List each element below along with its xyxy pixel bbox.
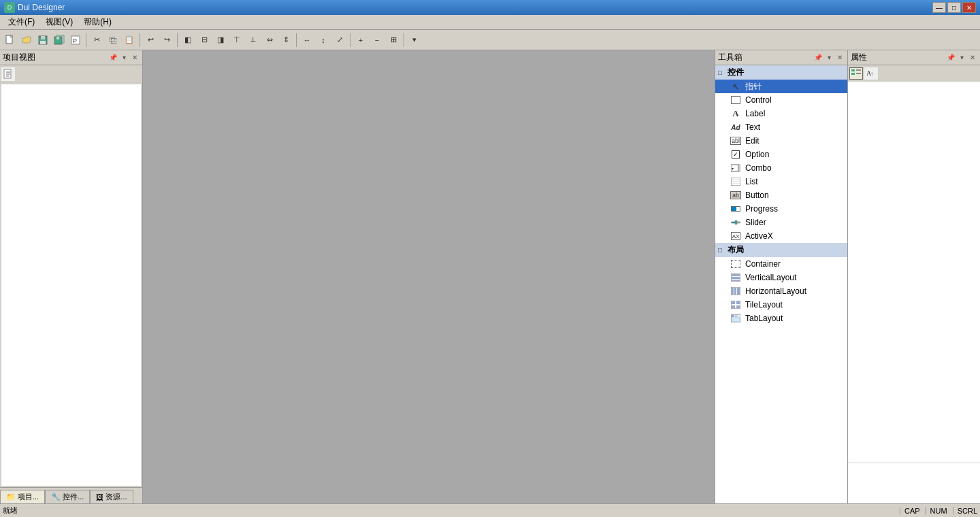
- svg-rect-27: [732, 277, 740, 279]
- toolbox-item-list[interactable]: List: [715, 175, 847, 188]
- pointer-label: 指针: [745, 81, 762, 93]
- minimize-button[interactable]: —: [932, 2, 946, 13]
- tab-resources[interactable]: 🖼 资源...: [90, 490, 133, 503]
- toolbox-item-text[interactable]: Ad Text: [715, 120, 847, 134]
- toolbar-sep-1: [86, 33, 86, 47]
- vlayout-label: VerticalLayout: [745, 273, 796, 282]
- svg-rect-42: [851, 69, 855, 71]
- toolbar-extra[interactable]: ▾: [407, 33, 422, 48]
- props-categorized-btn[interactable]: [849, 67, 863, 80]
- props-alphabetical-btn[interactable]: A ↑: [864, 67, 878, 80]
- text-icon: Ad: [730, 122, 741, 133]
- list-icon: [730, 176, 741, 187]
- option-label: Option: [745, 150, 769, 159]
- toolbar-resize-w[interactable]: ↔: [299, 33, 314, 48]
- toolbar-distribute-v[interactable]: ⇕: [278, 33, 293, 48]
- panel-dropdown-icon[interactable]: ▾: [119, 53, 129, 63]
- toolbar-save[interactable]: [35, 33, 50, 48]
- properties-toolbar: A ↑: [848, 65, 980, 82]
- control-icon: [730, 95, 741, 105]
- menu-view[interactable]: 视图(V): [40, 15, 78, 29]
- panel-close-icon[interactable]: ✕: [130, 53, 140, 63]
- menu-file[interactable]: 文件(F): [3, 15, 40, 29]
- toolbar-align-right[interactable]: ◨: [213, 33, 228, 48]
- toolbar-zoom-in[interactable]: +: [353, 33, 368, 48]
- toolbox-item-slider[interactable]: Slider: [715, 216, 847, 229]
- container-icon: [730, 258, 741, 269]
- tilelayout-label: TileLayout: [745, 300, 783, 310]
- svg-rect-30: [732, 288, 734, 295]
- toolbar-publish[interactable]: P: [68, 33, 83, 48]
- toolbar-distribute-h[interactable]: ⇔: [262, 33, 277, 48]
- svg-text:↑: ↑: [870, 71, 873, 77]
- toolbox-item-container[interactable]: Container: [715, 257, 847, 271]
- toolbox-item-option[interactable]: ✓ Option: [715, 148, 847, 161]
- section-controls-header[interactable]: □ 控件: [715, 65, 847, 80]
- maximize-button[interactable]: □: [947, 2, 961, 13]
- toolbox-item-control[interactable]: Control: [715, 93, 847, 107]
- properties-panel-header: 属性 📌 ▾ ✕: [848, 50, 980, 65]
- tab-controls-icon: 🔧: [51, 493, 61, 501]
- toolbar-cut[interactable]: ✂: [89, 33, 104, 48]
- activex-icon: AX: [730, 231, 741, 241]
- toolbar-zoom-out[interactable]: −: [370, 33, 385, 48]
- app-icon: D: [4, 2, 15, 13]
- project-panel-title: 项目视图: [3, 52, 108, 63]
- properties-pin-icon[interactable]: 📌: [946, 53, 956, 63]
- toolbar-resize-both[interactable]: ⤢: [332, 33, 347, 48]
- toolbox-close-icon[interactable]: ✕: [835, 53, 845, 63]
- toolbar-resize-h[interactable]: ↕: [316, 33, 331, 48]
- toolbox-dropdown-icon[interactable]: ▾: [824, 53, 834, 63]
- toolbar-align-left[interactable]: ◧: [180, 33, 195, 48]
- svg-text:P: P: [73, 37, 77, 44]
- combo-label: Combo: [745, 163, 772, 173]
- toolbar-reset[interactable]: ⊞: [386, 33, 401, 48]
- toolbar-align-top[interactable]: ⊤: [229, 33, 244, 48]
- svg-rect-32: [737, 288, 740, 295]
- toolbar-redo[interactable]: ↪: [159, 33, 174, 48]
- tab-project[interactable]: 📁 项目...: [0, 490, 45, 503]
- toolbox-item-hlayout[interactable]: HorizontalLayout: [715, 284, 847, 298]
- toolbox-pin-icon[interactable]: 📌: [813, 53, 823, 63]
- svg-rect-26: [732, 274, 740, 276]
- toolbox-item-button[interactable]: ab Button: [715, 188, 847, 202]
- toolbar-undo[interactable]: ↩: [143, 33, 158, 48]
- list-label: List: [745, 177, 758, 186]
- toolbox-item-edit[interactable]: abl Edit: [715, 134, 847, 148]
- project-view-content: [1, 84, 141, 486]
- canvas-area[interactable]: [143, 50, 715, 503]
- toolbox-item-activex[interactable]: AX ActiveX: [715, 229, 847, 243]
- panel-pin-icon[interactable]: 📌: [108, 53, 118, 63]
- status-cap: CAP: [900, 507, 920, 515]
- toolbox-item-pointer[interactable]: ↖ 指针: [715, 80, 847, 93]
- toolbar-save-all[interactable]: [52, 33, 67, 48]
- svg-rect-34: [732, 301, 735, 304]
- slider-label: Slider: [745, 218, 766, 227]
- toolbox-header-icons: 📌 ▾ ✕: [813, 53, 845, 63]
- progress-label: Progress: [745, 204, 778, 214]
- properties-header-icons: 📌 ▾ ✕: [946, 53, 977, 63]
- toolbar-copy[interactable]: ⿻: [105, 33, 120, 48]
- toolbar-paste[interactable]: 📋: [122, 33, 137, 48]
- toolbox-item-combo[interactable]: ▾ Combo: [715, 161, 847, 175]
- button-label: Button: [745, 190, 769, 200]
- toolbox-item-label[interactable]: A Label: [715, 107, 847, 120]
- toolbar-align-bottom[interactable]: ⊥: [246, 33, 261, 48]
- properties-dropdown-icon[interactable]: ▾: [957, 53, 966, 63]
- project-new-icon[interactable]: [1, 67, 15, 81]
- toolbox-item-vlayout[interactable]: VerticalLayout: [715, 271, 847, 284]
- menu-help[interactable]: 帮助(H): [78, 15, 117, 29]
- toolbox-item-progress[interactable]: Progress: [715, 202, 847, 216]
- close-button[interactable]: ✕: [962, 2, 976, 13]
- section-layout-header[interactable]: □ 布局: [715, 243, 847, 257]
- toolbar-new[interactable]: [3, 33, 18, 48]
- menu-bar: 文件(F) 视图(V) 帮助(H): [0, 15, 980, 30]
- toolbar-align-center[interactable]: ⊟: [197, 33, 212, 48]
- tab-controls[interactable]: 🔧 控件...: [45, 490, 90, 503]
- toolbox-item-tilelayout[interactable]: TileLayout: [715, 298, 847, 312]
- toolbox-item-tablayout[interactable]: TabLayout: [715, 312, 847, 325]
- main-layout: 项目视图 📌 ▾ ✕ 📁 项目... 🔧 控件... 🖼: [0, 50, 980, 503]
- toolbar-open[interactable]: [19, 33, 34, 48]
- properties-close-icon[interactable]: ✕: [968, 53, 977, 63]
- properties-panel-title: 属性: [851, 52, 946, 63]
